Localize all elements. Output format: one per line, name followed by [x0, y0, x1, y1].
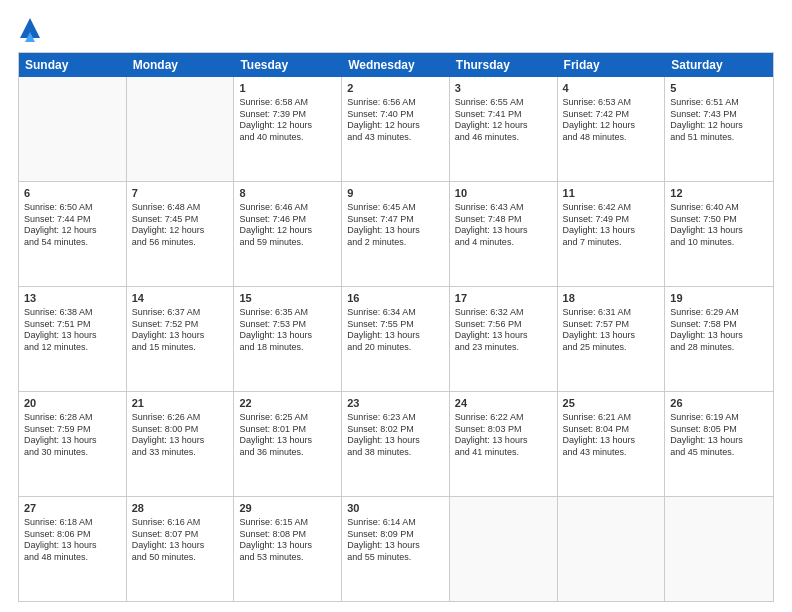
- day-number: 17: [455, 291, 552, 306]
- calendar-cell: 15Sunrise: 6:35 AM Sunset: 7:53 PM Dayli…: [234, 287, 342, 391]
- cell-info: Sunrise: 6:46 AM Sunset: 7:46 PM Dayligh…: [239, 202, 336, 249]
- calendar-cell: 3Sunrise: 6:55 AM Sunset: 7:41 PM Daylig…: [450, 77, 558, 181]
- calendar-body: 1Sunrise: 6:58 AM Sunset: 7:39 PM Daylig…: [19, 77, 773, 601]
- calendar: SundayMondayTuesdayWednesdayThursdayFrid…: [18, 52, 774, 602]
- weekday-header: Tuesday: [234, 53, 342, 77]
- weekday-header: Monday: [127, 53, 235, 77]
- calendar-cell: 16Sunrise: 6:34 AM Sunset: 7:55 PM Dayli…: [342, 287, 450, 391]
- day-number: 20: [24, 396, 121, 411]
- day-number: 8: [239, 186, 336, 201]
- header: [18, 18, 774, 42]
- cell-info: Sunrise: 6:56 AM Sunset: 7:40 PM Dayligh…: [347, 97, 444, 144]
- calendar-cell: 27Sunrise: 6:18 AM Sunset: 8:06 PM Dayli…: [19, 497, 127, 601]
- cell-info: Sunrise: 6:28 AM Sunset: 7:59 PM Dayligh…: [24, 412, 121, 459]
- day-number: 11: [563, 186, 660, 201]
- calendar-cell: 4Sunrise: 6:53 AM Sunset: 7:42 PM Daylig…: [558, 77, 666, 181]
- cell-info: Sunrise: 6:25 AM Sunset: 8:01 PM Dayligh…: [239, 412, 336, 459]
- cell-info: Sunrise: 6:48 AM Sunset: 7:45 PM Dayligh…: [132, 202, 229, 249]
- day-number: 25: [563, 396, 660, 411]
- day-number: 5: [670, 81, 768, 96]
- calendar-row: 20Sunrise: 6:28 AM Sunset: 7:59 PM Dayli…: [19, 392, 773, 497]
- cell-info: Sunrise: 6:38 AM Sunset: 7:51 PM Dayligh…: [24, 307, 121, 354]
- calendar-cell: 25Sunrise: 6:21 AM Sunset: 8:04 PM Dayli…: [558, 392, 666, 496]
- day-number: 3: [455, 81, 552, 96]
- day-number: 14: [132, 291, 229, 306]
- cell-info: Sunrise: 6:31 AM Sunset: 7:57 PM Dayligh…: [563, 307, 660, 354]
- cell-info: Sunrise: 6:50 AM Sunset: 7:44 PM Dayligh…: [24, 202, 121, 249]
- cell-info: Sunrise: 6:37 AM Sunset: 7:52 PM Dayligh…: [132, 307, 229, 354]
- day-number: 7: [132, 186, 229, 201]
- calendar-header: SundayMondayTuesdayWednesdayThursdayFrid…: [19, 53, 773, 77]
- day-number: 30: [347, 501, 444, 516]
- cell-info: Sunrise: 6:21 AM Sunset: 8:04 PM Dayligh…: [563, 412, 660, 459]
- cell-info: Sunrise: 6:15 AM Sunset: 8:08 PM Dayligh…: [239, 517, 336, 564]
- calendar-cell: 22Sunrise: 6:25 AM Sunset: 8:01 PM Dayli…: [234, 392, 342, 496]
- day-number: 29: [239, 501, 336, 516]
- calendar-cell: 8Sunrise: 6:46 AM Sunset: 7:46 PM Daylig…: [234, 182, 342, 286]
- cell-info: Sunrise: 6:51 AM Sunset: 7:43 PM Dayligh…: [670, 97, 768, 144]
- day-number: 15: [239, 291, 336, 306]
- calendar-cell: 5Sunrise: 6:51 AM Sunset: 7:43 PM Daylig…: [665, 77, 773, 181]
- cell-info: Sunrise: 6:29 AM Sunset: 7:58 PM Dayligh…: [670, 307, 768, 354]
- logo: [18, 18, 40, 42]
- calendar-cell: 2Sunrise: 6:56 AM Sunset: 7:40 PM Daylig…: [342, 77, 450, 181]
- day-number: 21: [132, 396, 229, 411]
- calendar-cell: 26Sunrise: 6:19 AM Sunset: 8:05 PM Dayli…: [665, 392, 773, 496]
- logo-icon: [20, 18, 40, 42]
- weekday-header: Friday: [558, 53, 666, 77]
- day-number: 13: [24, 291, 121, 306]
- cell-info: Sunrise: 6:18 AM Sunset: 8:06 PM Dayligh…: [24, 517, 121, 564]
- cell-info: Sunrise: 6:35 AM Sunset: 7:53 PM Dayligh…: [239, 307, 336, 354]
- cell-info: Sunrise: 6:26 AM Sunset: 8:00 PM Dayligh…: [132, 412, 229, 459]
- calendar-cell: 10Sunrise: 6:43 AM Sunset: 7:48 PM Dayli…: [450, 182, 558, 286]
- calendar-cell: 9Sunrise: 6:45 AM Sunset: 7:47 PM Daylig…: [342, 182, 450, 286]
- calendar-cell: 6Sunrise: 6:50 AM Sunset: 7:44 PM Daylig…: [19, 182, 127, 286]
- calendar-cell: [19, 77, 127, 181]
- day-number: 4: [563, 81, 660, 96]
- cell-info: Sunrise: 6:34 AM Sunset: 7:55 PM Dayligh…: [347, 307, 444, 354]
- day-number: 6: [24, 186, 121, 201]
- weekday-header: Sunday: [19, 53, 127, 77]
- cell-info: Sunrise: 6:22 AM Sunset: 8:03 PM Dayligh…: [455, 412, 552, 459]
- calendar-row: 1Sunrise: 6:58 AM Sunset: 7:39 PM Daylig…: [19, 77, 773, 182]
- calendar-cell: 28Sunrise: 6:16 AM Sunset: 8:07 PM Dayli…: [127, 497, 235, 601]
- day-number: 23: [347, 396, 444, 411]
- calendar-cell: [450, 497, 558, 601]
- cell-info: Sunrise: 6:40 AM Sunset: 7:50 PM Dayligh…: [670, 202, 768, 249]
- cell-info: Sunrise: 6:43 AM Sunset: 7:48 PM Dayligh…: [455, 202, 552, 249]
- calendar-cell: 23Sunrise: 6:23 AM Sunset: 8:02 PM Dayli…: [342, 392, 450, 496]
- cell-info: Sunrise: 6:55 AM Sunset: 7:41 PM Dayligh…: [455, 97, 552, 144]
- cell-info: Sunrise: 6:42 AM Sunset: 7:49 PM Dayligh…: [563, 202, 660, 249]
- calendar-cell: [558, 497, 666, 601]
- day-number: 28: [132, 501, 229, 516]
- calendar-cell: 11Sunrise: 6:42 AM Sunset: 7:49 PM Dayli…: [558, 182, 666, 286]
- day-number: 22: [239, 396, 336, 411]
- cell-info: Sunrise: 6:32 AM Sunset: 7:56 PM Dayligh…: [455, 307, 552, 354]
- calendar-cell: 24Sunrise: 6:22 AM Sunset: 8:03 PM Dayli…: [450, 392, 558, 496]
- calendar-cell: 17Sunrise: 6:32 AM Sunset: 7:56 PM Dayli…: [450, 287, 558, 391]
- calendar-cell: 20Sunrise: 6:28 AM Sunset: 7:59 PM Dayli…: [19, 392, 127, 496]
- calendar-cell: 19Sunrise: 6:29 AM Sunset: 7:58 PM Dayli…: [665, 287, 773, 391]
- cell-info: Sunrise: 6:19 AM Sunset: 8:05 PM Dayligh…: [670, 412, 768, 459]
- calendar-cell: 14Sunrise: 6:37 AM Sunset: 7:52 PM Dayli…: [127, 287, 235, 391]
- calendar-cell: 21Sunrise: 6:26 AM Sunset: 8:00 PM Dayli…: [127, 392, 235, 496]
- day-number: 2: [347, 81, 444, 96]
- calendar-cell: 30Sunrise: 6:14 AM Sunset: 8:09 PM Dayli…: [342, 497, 450, 601]
- cell-info: Sunrise: 6:45 AM Sunset: 7:47 PM Dayligh…: [347, 202, 444, 249]
- calendar-cell: 13Sunrise: 6:38 AM Sunset: 7:51 PM Dayli…: [19, 287, 127, 391]
- calendar-cell: 29Sunrise: 6:15 AM Sunset: 8:08 PM Dayli…: [234, 497, 342, 601]
- day-number: 24: [455, 396, 552, 411]
- cell-info: Sunrise: 6:58 AM Sunset: 7:39 PM Dayligh…: [239, 97, 336, 144]
- page: SundayMondayTuesdayWednesdayThursdayFrid…: [0, 0, 792, 612]
- calendar-cell: 12Sunrise: 6:40 AM Sunset: 7:50 PM Dayli…: [665, 182, 773, 286]
- day-number: 1: [239, 81, 336, 96]
- calendar-cell: 1Sunrise: 6:58 AM Sunset: 7:39 PM Daylig…: [234, 77, 342, 181]
- cell-info: Sunrise: 6:14 AM Sunset: 8:09 PM Dayligh…: [347, 517, 444, 564]
- day-number: 16: [347, 291, 444, 306]
- day-number: 9: [347, 186, 444, 201]
- day-number: 18: [563, 291, 660, 306]
- calendar-cell: 18Sunrise: 6:31 AM Sunset: 7:57 PM Dayli…: [558, 287, 666, 391]
- calendar-row: 27Sunrise: 6:18 AM Sunset: 8:06 PM Dayli…: [19, 497, 773, 601]
- cell-info: Sunrise: 6:23 AM Sunset: 8:02 PM Dayligh…: [347, 412, 444, 459]
- weekday-header: Saturday: [665, 53, 773, 77]
